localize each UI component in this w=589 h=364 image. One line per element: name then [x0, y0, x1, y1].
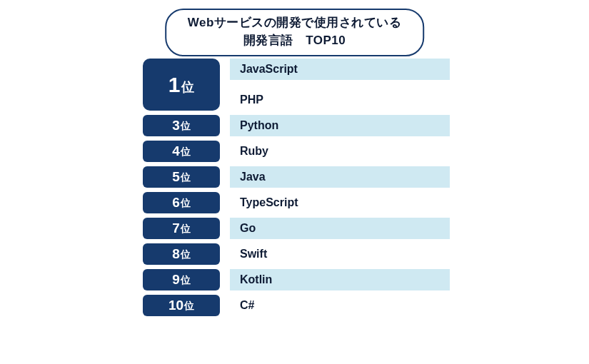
rank-number: 1 — [168, 73, 181, 97]
rank-suffix: 位 — [181, 74, 194, 96]
rank-row: 4位Ruby — [143, 141, 450, 162]
rank-number: 9 — [172, 272, 180, 288]
rank-row: 8位Swift — [143, 243, 450, 265]
language-name: TypeScript — [230, 192, 450, 213]
rank-badge-1: 1 位 — [143, 59, 220, 111]
language-name: Python — [230, 115, 450, 136]
rank-badge: 8位 — [143, 243, 220, 265]
rank-suffix: 位 — [181, 273, 191, 287]
rank-number: 5 — [172, 169, 180, 185]
rank-1-names: JavaScript PHP — [230, 59, 450, 111]
rank-suffix: 位 — [181, 247, 191, 261]
language-name: Swift — [230, 243, 450, 265]
rank-badge: 7位 — [143, 218, 220, 239]
rank-row: 5位Java — [143, 166, 450, 188]
rank-suffix: 位 — [181, 221, 191, 236]
rank-row: 10位C# — [143, 295, 450, 316]
chart-title: Webサービスの開発で使用されている 開発言語 TOP10 — [165, 9, 425, 56]
title-line-2: 開発言語 TOP10 — [188, 32, 402, 50]
title-line-1: Webサービスの開発で使用されている — [188, 14, 402, 32]
rank-row: 9位Kotlin — [143, 269, 450, 290]
ranking-list: 1 位 JavaScript PHP 3位Python4位Ruby5位Java6… — [143, 59, 450, 320]
language-name: Go — [230, 218, 450, 239]
rank-suffix: 位 — [181, 196, 191, 210]
language-name: JavaScript — [230, 59, 450, 80]
language-name: PHP — [230, 89, 450, 111]
rank-number: 3 — [172, 118, 180, 133]
language-name: Kotlin — [230, 269, 450, 290]
rank-badge: 4位 — [143, 141, 220, 162]
language-name: Ruby — [230, 141, 450, 162]
language-name: C# — [230, 295, 450, 316]
rank-badge: 9位 — [143, 269, 220, 290]
rank-row: 3位Python — [143, 115, 450, 136]
rank-number: 8 — [172, 246, 180, 262]
rank-row-1: 1 位 JavaScript PHP — [143, 59, 450, 111]
rank-suffix: 位 — [181, 144, 191, 158]
rank-number: 4 — [172, 143, 180, 159]
rank-suffix: 位 — [181, 118, 191, 133]
rank-suffix: 位 — [181, 170, 191, 184]
rank-number: 6 — [172, 195, 180, 211]
language-name: Java — [230, 166, 450, 188]
rank-row: 6位TypeScript — [143, 192, 450, 213]
rank-number: 7 — [172, 221, 180, 236]
rank-badge: 3位 — [143, 115, 220, 136]
rank-row: 7位Go — [143, 218, 450, 239]
rank-badge: 5位 — [143, 166, 220, 188]
rank-number: 10 — [168, 298, 183, 313]
rank-badge: 10位 — [143, 295, 220, 316]
rank-badge: 6位 — [143, 192, 220, 213]
rank-suffix: 位 — [184, 298, 194, 313]
